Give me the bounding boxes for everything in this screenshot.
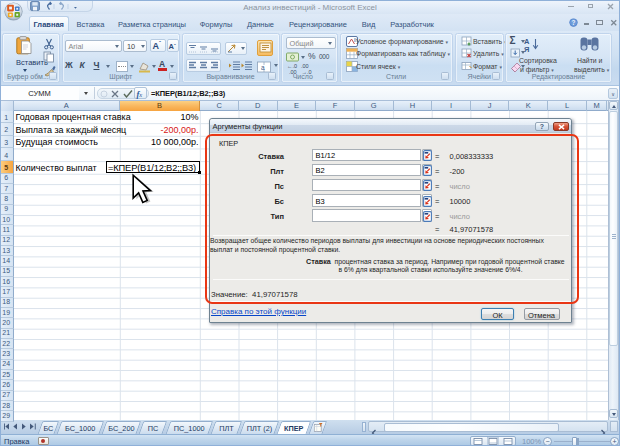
- svg-text:Я: Я: [524, 45, 529, 53]
- svg-text:?: ?: [572, 19, 576, 26]
- svg-text:a: a: [261, 64, 265, 71]
